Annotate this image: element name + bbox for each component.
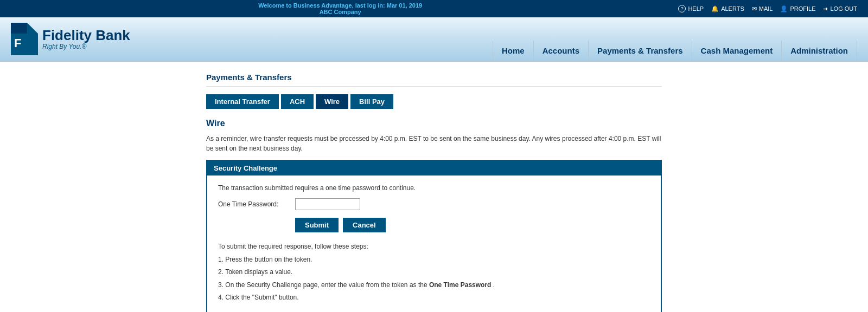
logout-icon: ➜ bbox=[823, 5, 828, 12]
profile-label: PROFILE bbox=[790, 5, 815, 12]
profile-link[interactable]: 👤 PROFILE bbox=[780, 5, 815, 12]
logout-link[interactable]: ➜ LOG OUT bbox=[823, 5, 857, 12]
breadcrumb: Payments & Transfers bbox=[206, 73, 662, 87]
otp-input[interactable] bbox=[295, 198, 360, 210]
alerts-link[interactable]: 🔔 ALERTS bbox=[711, 5, 744, 12]
logo-text: Fidelity Bank Right By You.® bbox=[42, 28, 130, 51]
security-challenge-message: The transaction submitted requires a one… bbox=[218, 184, 650, 192]
wire-description: As a reminder, wire transfer requests mu… bbox=[206, 134, 662, 153]
top-bar: Welcome to Business Advantage, last log … bbox=[0, 0, 868, 17]
bell-icon: 🔔 bbox=[711, 5, 719, 12]
welcome-text: Welcome to Business Advantage, last log … bbox=[258, 2, 422, 9]
instructions: To submit the required response, follow … bbox=[218, 241, 650, 304]
nav-administration[interactable]: Administration bbox=[781, 41, 857, 61]
bank-tagline: Right By You.® bbox=[42, 43, 130, 50]
fidelity-logo-icon: F bbox=[11, 23, 38, 55]
header: F Fidelity Bank Right By You.® Home Acco… bbox=[0, 17, 868, 62]
svg-text:F: F bbox=[14, 36, 21, 50]
logo-area: F Fidelity Bank Right By You.® bbox=[11, 23, 130, 61]
tab-ach[interactable]: ACH bbox=[281, 94, 314, 109]
help-icon: ? bbox=[678, 5, 686, 12]
main-navigation: Home Accounts Payments & Transfers Cash … bbox=[493, 41, 857, 61]
action-buttons: Submit Cancel bbox=[218, 218, 650, 232]
step-3-text: 3. On the Security Challenge page, enter… bbox=[218, 281, 429, 289]
help-label: HELP bbox=[688, 5, 704, 12]
nav-payments-transfers[interactable]: Payments & Transfers bbox=[588, 41, 692, 61]
cancel-button[interactable]: Cancel bbox=[343, 218, 386, 232]
mail-link[interactable]: ✉ MAIL bbox=[752, 5, 773, 12]
submit-button[interactable]: Submit bbox=[295, 218, 339, 232]
nav-home[interactable]: Home bbox=[493, 41, 533, 61]
tab-wire[interactable]: Wire bbox=[316, 94, 348, 109]
mail-icon: ✉ bbox=[752, 5, 757, 12]
tab-buttons: Internal Transfer ACH Wire Bill Pay bbox=[206, 94, 662, 109]
alerts-label: ALERTS bbox=[721, 5, 744, 12]
top-nav: ? HELP 🔔 ALERTS ✉ MAIL 👤 PROFILE ➜ LOG O… bbox=[678, 5, 857, 12]
tab-internal-transfer[interactable]: Internal Transfer bbox=[206, 94, 279, 109]
welcome-message: Welcome to Business Advantage, last log … bbox=[11, 2, 669, 15]
svg-marker-1 bbox=[11, 23, 27, 34]
step-3-bold: One Time Password bbox=[429, 281, 492, 289]
nav-cash-management[interactable]: Cash Management bbox=[692, 41, 782, 61]
step-1: 1. Press the button on the token. bbox=[218, 254, 650, 266]
profile-icon: 👤 bbox=[780, 5, 788, 12]
step-4: 4. Click the "Submit" button. bbox=[218, 292, 650, 304]
help-link[interactable]: ? HELP bbox=[678, 5, 704, 12]
otp-label: One Time Password: bbox=[218, 200, 289, 208]
section-title: Wire bbox=[206, 119, 662, 128]
step-3-end: . bbox=[491, 281, 495, 289]
nav-accounts[interactable]: Accounts bbox=[533, 41, 588, 61]
instructions-header: To submit the required response, follow … bbox=[218, 241, 650, 253]
breadcrumb-text: Payments & Transfers bbox=[206, 73, 292, 82]
tab-bill-pay[interactable]: Bill Pay bbox=[350, 94, 393, 109]
security-challenge-box: Security Challenge The transaction submi… bbox=[206, 160, 662, 312]
company-name: ABC Company bbox=[320, 9, 361, 15]
mail-label: MAIL bbox=[759, 5, 773, 12]
step-3: 3. On the Security Challenge page, enter… bbox=[218, 280, 650, 291]
otp-row: One Time Password: bbox=[218, 198, 650, 210]
step-2: 2. Token displays a value. bbox=[218, 266, 650, 278]
security-challenge-body: The transaction submitted requires a one… bbox=[207, 176, 661, 312]
logout-label: LOG OUT bbox=[830, 5, 857, 12]
security-challenge-header: Security Challenge bbox=[207, 161, 661, 176]
bank-name: Fidelity Bank bbox=[42, 28, 130, 43]
main-content: Payments & Transfers Internal Transfer A… bbox=[190, 62, 678, 312]
